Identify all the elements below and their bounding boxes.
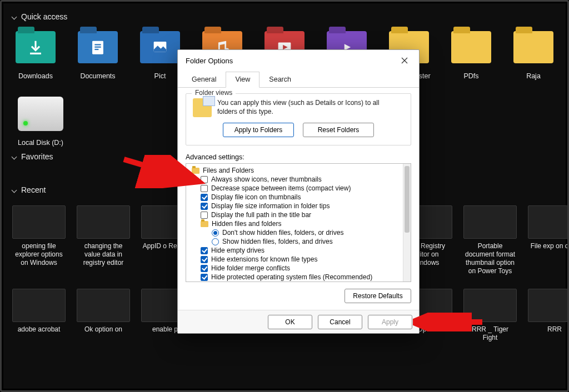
recent-file-tile[interactable]: RRR — [528, 289, 569, 342]
favorites-label: Favorites — [21, 152, 53, 161]
checkbox-icon[interactable] — [201, 247, 208, 254]
tree-item-label: Show hidden files, folders, and drives — [222, 238, 333, 245]
recent-file-tile[interactable]: Portable document format thumbnail optio… — [463, 205, 517, 275]
file-thumbnail — [528, 205, 569, 239]
tree-item[interactable]: Hide folder merge conflicts — [189, 264, 407, 273]
annotation-arrow-1 — [123, 155, 206, 188]
tree-item[interactable]: Display file size information in folder … — [189, 202, 407, 210]
folder-tile[interactable]: PDfs — [448, 27, 495, 80]
tab-search[interactable]: Search — [259, 72, 301, 88]
file-thumbnail — [77, 289, 130, 322]
recent-file-tile[interactable]: opening file explorer options on Windows — [12, 205, 66, 275]
tree-item[interactable]: Hidden files and folders — [189, 219, 407, 228]
file-label: Portable document format thumbnail optio… — [463, 242, 517, 275]
tree-item[interactable]: Hide empty drives — [189, 246, 407, 255]
checkbox-icon[interactable] — [201, 256, 208, 263]
folder-options-dialog: Folder Options General View Search Folde… — [177, 49, 420, 334]
folder-tile[interactable]: Downloads — [12, 27, 59, 80]
tree-item[interactable]: Hide extensions for known file types — [189, 255, 407, 264]
tree-item-label: Hide folder merge conflicts — [211, 264, 290, 272]
disk-icon — [18, 97, 63, 131]
annotation-arrow-2 — [413, 313, 485, 331]
recent-file-tile[interactable]: Ok option on — [77, 289, 130, 342]
radio-icon[interactable] — [212, 229, 219, 237]
svg-rect-3 — [94, 49, 98, 50]
folder-views-fieldset: Folder views You can apply this view (su… — [186, 93, 411, 145]
folder-tile[interactable]: Documents — [74, 27, 121, 80]
recent-file-tile[interactable]: changing the value data in registry edit… — [77, 205, 130, 275]
svg-rect-1 — [94, 44, 101, 45]
checkbox-icon[interactable] — [201, 203, 208, 210]
tree-item[interactable]: Hide protected operating system files (R… — [189, 273, 407, 282]
tree-item[interactable]: Display file icon on thumbnails — [189, 193, 407, 202]
tree-item-label: Display file icon on thumbnails — [211, 193, 301, 201]
recent-file-tile[interactable]: File exp on on P — [528, 205, 569, 275]
chevron-down-icon — [12, 187, 18, 193]
radio-icon[interactable] — [212, 238, 219, 245]
folder-views-text: You can apply this view (such as Details… — [217, 98, 404, 117]
folder-tile[interactable]: Pict — [137, 27, 183, 80]
checkbox-icon[interactable] — [201, 274, 208, 281]
tree-item-label: Display the full path in the title bar — [211, 211, 311, 219]
restore-defaults-button[interactable]: Restore Defaults — [345, 289, 411, 303]
reset-folders-button[interactable]: Reset Folders — [303, 123, 374, 137]
recent-file-tile[interactable]: adobe acrobat — [12, 289, 66, 342]
file-label: RRR — [547, 325, 562, 334]
tree-item-label: Always show icons, never thumbnails — [211, 175, 322, 183]
chevron-down-icon — [12, 14, 18, 19]
svg-line-8 — [124, 159, 195, 180]
tree-item-label: Hidden files and folders — [212, 220, 281, 228]
tab-view[interactable]: View — [226, 72, 259, 88]
folder-label: Documents — [80, 72, 115, 80]
scrollbar[interactable] — [403, 164, 411, 282]
svg-rect-2 — [94, 47, 101, 48]
file-thumbnail — [12, 289, 66, 322]
file-thumbnail — [77, 205, 130, 239]
advanced-label: Advanced settings: — [186, 153, 411, 161]
folder-views-legend: Folder views — [192, 89, 236, 97]
chevron-down-icon — [12, 154, 18, 159]
drive-tile[interactable]: Local Disk (D:) — [12, 93, 69, 147]
tree-item-label: Display file size information in folder … — [211, 202, 330, 210]
checkbox-icon[interactable] — [201, 265, 208, 272]
ok-button[interactable]: OK — [268, 315, 312, 329]
dialog-title: Folder Options — [186, 57, 233, 65]
folder-label: PDfs — [463, 72, 478, 80]
file-label: adobe acrobat — [18, 325, 61, 334]
tree-item[interactable]: Show hidden files, folders, and drives — [189, 237, 407, 246]
tree-item-label: Don't show hidden files, folders, or dri… — [222, 229, 343, 237]
folder-icon — [78, 31, 118, 63]
folder-icon — [201, 221, 208, 227]
close-button[interactable] — [393, 53, 416, 68]
dialog-titlebar: Folder Options — [178, 50, 419, 71]
dialog-tabs: General View Search — [178, 71, 419, 88]
tree-item[interactable]: Always show icons, never thumbnails — [189, 175, 407, 184]
tree-item[interactable]: Don't show hidden files, folders, or dri… — [189, 228, 407, 237]
quick-access-label: Quick access — [21, 12, 67, 21]
folder-tile[interactable]: Raja — [510, 27, 557, 80]
checkbox-icon[interactable] — [201, 212, 208, 219]
dialog-body: Folder views You can apply this view (su… — [178, 88, 419, 310]
tree-item[interactable]: Decrease space between items (compact vi… — [189, 184, 407, 193]
quick-access-header[interactable]: Quick access — [12, 10, 557, 27]
tree-item[interactable]: Display the full path in the title bar — [189, 210, 407, 219]
apply-to-folders-button[interactable]: Apply to Folders — [223, 123, 294, 137]
checkbox-icon[interactable] — [201, 194, 208, 201]
apply-button[interactable]: Apply — [368, 315, 412, 329]
file-label: Ok option on — [84, 325, 122, 334]
close-icon — [401, 57, 408, 64]
file-thumbnail — [463, 205, 517, 239]
tree-item-label: Hide protected operating system files (R… — [211, 273, 372, 281]
advanced-settings-tree[interactable]: Files and FoldersAlways show icons, neve… — [186, 164, 411, 282]
file-label: changing the value data in registry edit… — [77, 242, 130, 267]
folder-label: Pict — [154, 72, 166, 80]
tree-root-label: Files and Folders — [203, 167, 254, 174]
tab-general[interactable]: General — [182, 72, 226, 88]
recent-label: Recent — [21, 185, 46, 194]
tree-root[interactable]: Files and Folders — [189, 166, 407, 175]
drive-label: Local Disk (D:) — [18, 139, 63, 147]
scrollbar-thumb[interactable] — [405, 166, 410, 233]
file-label: opening file explorer options on Windows — [12, 242, 66, 267]
tree-item-label: Hide empty drives — [211, 247, 264, 254]
cancel-button[interactable]: Cancel — [318, 315, 362, 329]
